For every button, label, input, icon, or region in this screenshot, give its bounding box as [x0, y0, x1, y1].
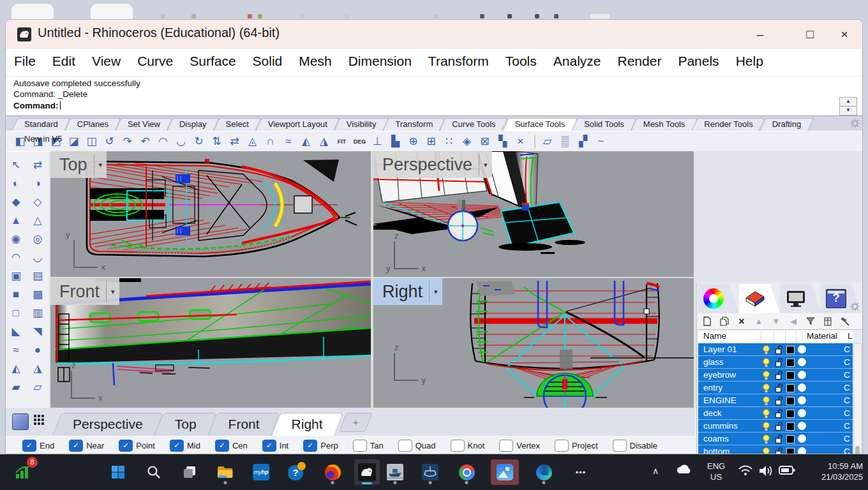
grid-snap-icon[interactable] [33, 413, 48, 429]
change-degree-icon[interactable]: DEG [352, 133, 368, 149]
align-surface-icon[interactable]: ▙ [387, 133, 403, 149]
toolbar-tab[interactable]: Standard [15, 118, 68, 131]
circle-tool-icon[interactable]: ◉ [7, 231, 25, 247]
toolbar-tab[interactable]: Select [216, 118, 258, 131]
smash-surface-icon[interactable]: ▚ [495, 133, 511, 149]
menu-item[interactable]: Transform [420, 49, 497, 69]
osnap-toggle[interactable]: Project [555, 440, 597, 452]
filter-layers-button[interactable] [805, 316, 816, 327]
unroll-surface-icon[interactable]: ▱ [539, 133, 555, 149]
layer-linetype[interactable]: C [844, 434, 853, 443]
menu-item[interactable]: File [6, 49, 44, 69]
osnap-checkbox[interactable] [353, 440, 367, 452]
layer-color-swatch[interactable] [786, 448, 795, 454]
layer-visibility-bulb-icon[interactable] [762, 383, 770, 393]
menu-item[interactable]: Analyze [545, 49, 610, 69]
layer-linetype[interactable]: C [844, 408, 853, 418]
toolbar-tab[interactable]: Drafting [763, 118, 811, 131]
delete-layer-button[interactable]: × [737, 316, 747, 327]
layer-lock-icon[interactable] [775, 422, 783, 431]
osnap-checkbox[interactable] [555, 440, 569, 452]
osnap-checkbox[interactable] [451, 440, 465, 452]
menu-item[interactable]: Tools [497, 49, 545, 69]
osnap-toggle[interactable]: ✓ Mid [170, 440, 200, 452]
boolean-union-icon[interactable]: ◆ [7, 194, 25, 210]
drape-tool-icon[interactable]: ▱ [29, 379, 47, 395]
osnap-checkbox[interactable]: ✓ [22, 440, 36, 452]
osnap-checkbox[interactable] [499, 440, 513, 452]
viewport-thumbnail-icon[interactable] [12, 413, 29, 430]
layer-linetype[interactable]: C [844, 357, 853, 367]
toolbar-tab[interactable]: Curve Tools [442, 118, 505, 131]
layer-color-swatch[interactable] [786, 422, 795, 431]
ellipse-tool-icon[interactable]: ◎ [29, 231, 47, 247]
osnap-toggle[interactable]: ✓ Int [262, 440, 288, 452]
layer-material-swatch[interactable] [798, 434, 806, 443]
command-prompt[interactable]: Command: [13, 101, 61, 110]
layer-visibility-bulb-icon[interactable] [762, 371, 770, 380]
adjust-seam-icon[interactable]: ↷ [119, 133, 135, 149]
curve-tool-icon[interactable]: ≈ [7, 342, 25, 358]
viewport-perspective[interactable]: Perspective ▾ z y x [373, 151, 694, 277]
layer-color-swatch[interactable] [786, 346, 795, 354]
layer-lock-icon[interactable] [775, 345, 783, 355]
viewport-tab[interactable]: Top [159, 413, 213, 436]
layer-material-swatch[interactable] [798, 396, 806, 405]
blend-surface-icon[interactable]: ◠ [155, 133, 171, 149]
add-viewport-tab-button[interactable]: + [343, 413, 369, 432]
layer-material-swatch[interactable] [798, 345, 806, 353]
fillet-1-icon[interactable]: ◭ [7, 360, 25, 376]
layer-name[interactable]: entry [703, 383, 758, 392]
viewport-menu-arrow-icon[interactable]: ▾ [106, 281, 119, 302]
layer-row[interactable]: cummins C [698, 420, 853, 433]
layer-row[interactable]: bottom C [698, 445, 853, 454]
surface-from-grid-icon[interactable]: ⊕ [405, 133, 421, 149]
record-history-icon[interactable]: ~ [593, 133, 609, 149]
remove-knot-icon[interactable]: ⇄ [227, 133, 243, 149]
command-scroll-down-button[interactable]: ▼ [839, 106, 857, 115]
taskbar-file-explorer-button[interactable] [213, 459, 238, 485]
point-grid-icon[interactable]: ∷ [441, 133, 457, 149]
taskbar-boat-model-button[interactable] [417, 459, 443, 485]
layer-name[interactable]: Layer 01 [703, 345, 758, 354]
sphere-tool-icon[interactable]: ● [29, 342, 47, 358]
move-layer-up-button[interactable]: ▲ [754, 316, 764, 327]
make-periodic-icon[interactable]: ◬ [244, 133, 260, 149]
menu-item[interactable]: Help [728, 49, 772, 69]
layer-row[interactable]: entry C [698, 382, 853, 394]
flow-back-icon[interactable]: ↶ [137, 133, 153, 149]
osnap-toggle[interactable]: Knot [451, 440, 485, 452]
explode-objects-icon[interactable]: ◇ [29, 194, 47, 210]
surface-cv-icon[interactable]: △ [29, 212, 47, 228]
cylinder-tool-icon[interactable]: ▥ [29, 305, 47, 321]
toolbar-tab[interactable]: Solid Tools [574, 118, 634, 131]
layer-visibility-bulb-icon[interactable] [762, 422, 770, 431]
layer-name[interactable]: coams [703, 434, 758, 443]
menu-item[interactable]: Solid [244, 49, 291, 69]
rebuild-surface-icon[interactable]: ↻ [191, 133, 207, 149]
osnap-checkbox[interactable]: ✓ [215, 440, 229, 452]
menu-item[interactable]: Edit [44, 49, 84, 69]
osnap-checkbox[interactable]: ✓ [303, 440, 317, 452]
tab-options-gear-icon[interactable] [850, 119, 860, 128]
layer-row[interactable]: coams C [698, 433, 853, 445]
tray-chevron-icon[interactable]: ∧ [652, 466, 659, 476]
layer-report-button[interactable] [823, 316, 833, 327]
layer-material-swatch[interactable] [798, 422, 806, 430]
taskbar-hp-support-button[interactable]: ? [284, 459, 310, 485]
toolbar-tab[interactable]: Visibility [337, 118, 386, 131]
layer-color-swatch[interactable] [786, 359, 795, 367]
osnap-toggle[interactable]: Tan [353, 440, 384, 452]
trim-tool-icon[interactable]: ▰ [7, 379, 25, 395]
column-name[interactable]: Name [703, 331, 726, 341]
taskbar-edge-button[interactable] [531, 459, 557, 485]
toolbar-tab[interactable]: Set View [118, 118, 170, 131]
layer-tools-button[interactable] [840, 316, 850, 327]
show-objects-icon[interactable]: ◐ [7, 175, 25, 191]
layer-name[interactable]: deck [703, 408, 758, 418]
layer-color-swatch[interactable] [786, 397, 795, 405]
toolbar-tab[interactable]: Mesh Tools [634, 118, 695, 131]
ribbon-surface-icon[interactable]: ▞ [575, 133, 591, 149]
title-bar[interactable]: Untitled - Rhinoceros (Educational) (64-… [6, 20, 863, 49]
scrollbar-thumb[interactable] [855, 446, 860, 454]
